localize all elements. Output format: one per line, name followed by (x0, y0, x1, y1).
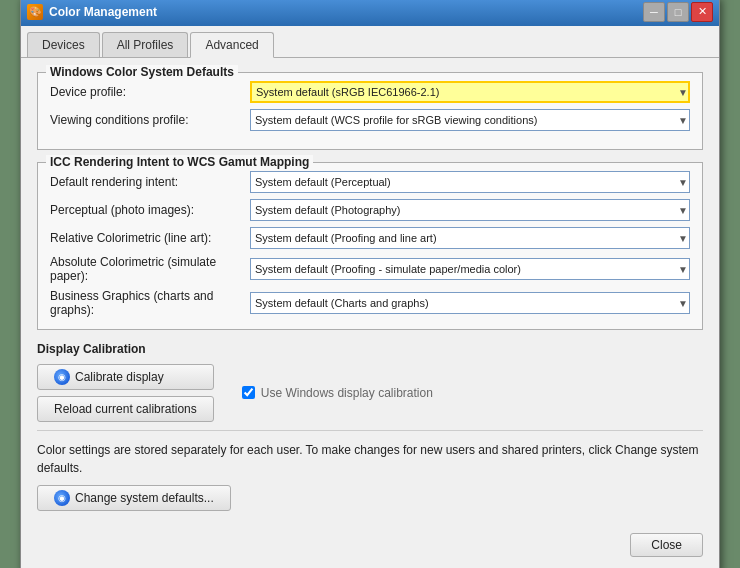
default-rendering-select-wrapper: System default (Perceptual) ▼ (250, 171, 690, 193)
display-calibration-section: Display Calibration ◉ Calibrate display … (37, 342, 703, 422)
tab-devices[interactable]: Devices (27, 32, 100, 57)
use-windows-calibration-label: Use Windows display calibration (261, 386, 433, 400)
use-windows-calibration-checkbox[interactable] (242, 386, 255, 399)
info-text: Color settings are stored separately for… (37, 441, 703, 477)
app-icon: 🎨 (27, 4, 43, 20)
viewing-conditions-select[interactable]: System default (WCS profile for sRGB vie… (250, 109, 690, 131)
color-management-window: 🎨 Color Management ─ □ ✕ Devices All Pro… (20, 0, 720, 568)
tab-advanced[interactable]: Advanced (190, 32, 273, 58)
change-defaults-label: Change system defaults... (75, 491, 214, 505)
close-button[interactable]: Close (630, 533, 703, 557)
tabs-area: Devices All Profiles Advanced (21, 26, 719, 58)
title-bar-left: 🎨 Color Management (27, 4, 157, 20)
tab-all-profiles[interactable]: All Profiles (102, 32, 189, 57)
relative-colorimetric-row: Relative Colorimetric (line art): System… (50, 227, 690, 249)
perceptual-select[interactable]: System default (Photography) (250, 199, 690, 221)
title-bar: 🎨 Color Management ─ □ ✕ (21, 0, 719, 26)
default-rendering-row: Default rendering intent: System default… (50, 171, 690, 193)
perceptual-label: Perceptual (photo images): (50, 203, 250, 217)
relative-colorimetric-select-wrapper: System default (Proofing and line art) ▼ (250, 227, 690, 249)
absolute-colorimetric-select-wrapper: System default (Proofing - simulate pape… (250, 258, 690, 280)
divider (37, 430, 703, 431)
business-graphics-select[interactable]: System default (Charts and graphs) (250, 292, 690, 314)
absolute-colorimetric-select[interactable]: System default (Proofing - simulate pape… (250, 258, 690, 280)
tab-content: Windows Color System Defaults Device pro… (21, 58, 719, 525)
business-graphics-label: Business Graphics (charts and graphs): (50, 289, 250, 317)
icc-rendering-group: ICC Rendering Intent to WCS Gamut Mappin… (37, 162, 703, 330)
change-defaults-icon: ◉ (54, 490, 70, 506)
window-title: Color Management (49, 5, 157, 19)
display-calibration-title: Display Calibration (37, 342, 703, 356)
absolute-colorimetric-label: Absolute Colorimetric (simulate paper): (50, 255, 250, 283)
minimize-button[interactable]: ─ (643, 2, 665, 22)
business-graphics-select-wrapper: System default (Charts and graphs) ▼ (250, 292, 690, 314)
default-rendering-label: Default rendering intent: (50, 175, 250, 189)
perceptual-row: Perceptual (photo images): System defaul… (50, 199, 690, 221)
windows-color-system-group: Windows Color System Defaults Device pro… (37, 72, 703, 150)
viewing-conditions-row: Viewing conditions profile: System defau… (50, 109, 690, 131)
change-system-defaults-button[interactable]: ◉ Change system defaults... (37, 485, 231, 511)
reload-calibrations-button[interactable]: Reload current calibrations (37, 396, 214, 422)
use-windows-calibration-row: Use Windows display calibration (242, 386, 433, 400)
device-profile-select[interactable]: System default (sRGB IEC61966-2.1) (250, 81, 690, 103)
title-controls: ─ □ ✕ (643, 2, 713, 22)
calibrate-display-button[interactable]: ◉ Calibrate display (37, 364, 214, 390)
relative-colorimetric-label: Relative Colorimetric (line art): (50, 231, 250, 245)
perceptual-select-wrapper: System default (Photography) ▼ (250, 199, 690, 221)
close-window-button[interactable]: ✕ (691, 2, 713, 22)
viewing-conditions-label: Viewing conditions profile: (50, 113, 250, 127)
footer: Close (21, 525, 719, 569)
relative-colorimetric-select[interactable]: System default (Proofing and line art) (250, 227, 690, 249)
absolute-colorimetric-row: Absolute Colorimetric (simulate paper): … (50, 255, 690, 283)
viewing-conditions-select-wrapper: System default (WCS profile for sRGB vie… (250, 109, 690, 131)
device-profile-row: Device profile: System default (sRGB IEC… (50, 81, 690, 103)
windows-color-system-title: Windows Color System Defaults (46, 65, 238, 79)
calibrate-icon: ◉ (54, 369, 70, 385)
maximize-button[interactable]: □ (667, 2, 689, 22)
calibration-buttons: ◉ Calibrate display Reload current calib… (37, 364, 214, 422)
icc-rendering-title: ICC Rendering Intent to WCS Gamut Mappin… (46, 155, 313, 169)
default-rendering-select[interactable]: System default (Perceptual) (250, 171, 690, 193)
device-profile-select-wrapper: System default (sRGB IEC61966-2.1) ▼ (250, 81, 690, 103)
device-profile-label: Device profile: (50, 85, 250, 99)
business-graphics-row: Business Graphics (charts and graphs): S… (50, 289, 690, 317)
